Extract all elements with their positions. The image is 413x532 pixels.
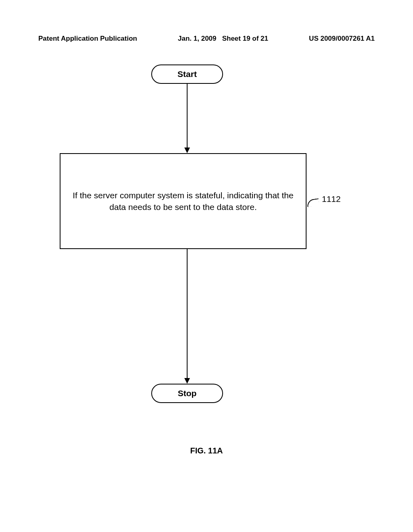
- header-publication: Patent Application Publication: [38, 35, 137, 43]
- process-text: If the server computer system is statefu…: [72, 189, 294, 213]
- ref-number-label: 1112: [322, 194, 341, 204]
- arrow-line-2: [187, 249, 188, 378]
- stop-label: Stop: [178, 389, 197, 398]
- arrow-line-1: [187, 84, 188, 148]
- flowchart-diagram: Start If the server computer system is s…: [0, 62, 413, 425]
- page-header: Patent Application Publication Jan. 1, 2…: [0, 35, 413, 43]
- arrow-head-2: [184, 378, 190, 384]
- start-label: Start: [177, 69, 197, 79]
- arrow-head-1: [184, 148, 190, 153]
- header-pubnum: US 2009/0007261 A1: [309, 35, 375, 43]
- ref-connector-line: [307, 198, 319, 207]
- header-sheet: Sheet 19 of 21: [222, 35, 268, 42]
- header-date: Jan. 1, 2009: [178, 35, 216, 42]
- flowchart-stop-terminal: Stop: [151, 384, 223, 403]
- flowchart-process-box: If the server computer system is statefu…: [60, 153, 307, 249]
- header-date-sheet: Jan. 1, 2009 Sheet 19 of 21: [178, 35, 268, 43]
- figure-label: FIG. 11A: [0, 446, 413, 455]
- flowchart-start-terminal: Start: [151, 64, 223, 84]
